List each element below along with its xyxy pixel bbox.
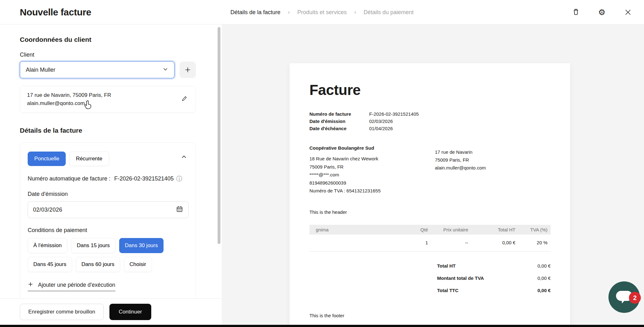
company-line: *****@***.com (309, 171, 435, 179)
form-footer: Enregistrer comme brouillon Continuer (0, 298, 222, 325)
add-execution-period-label: Ajouter une période d'exécution (38, 282, 115, 288)
meta-row-number: Numéro de facture F-2026-02-3921521405 (309, 110, 551, 118)
meta-value: 01/04/2026 (369, 125, 393, 132)
chat-launcher-button[interactable]: 2 (608, 281, 640, 313)
chevron-right-icon: › (288, 9, 290, 15)
chevron-down-icon (162, 66, 169, 74)
col-unit-price: Prix unitaire (431, 225, 471, 235)
client-line: alain.muller@qonto.com (435, 164, 486, 172)
continue-button[interactable]: Continuer (109, 304, 152, 320)
client-select-row: Alain Muller (20, 61, 196, 78)
chevron-up-icon[interactable] (180, 153, 187, 162)
breadcrumb-step-invoice-details[interactable]: Détails de la facture (230, 9, 280, 15)
auto-invoice-number-value: F-2026-02-3921521405 (114, 175, 174, 182)
company-line: 81948962600039 (309, 179, 435, 187)
company-block: Coopérative Boulangère Sud 18 Rue de Nav… (309, 145, 435, 195)
total-vat-row: Montant total de TVA 0,00 € (437, 272, 551, 284)
meta-value: F-2026-02-3921521405 (369, 110, 419, 118)
client-select-value: Alain Muller (26, 67, 162, 73)
client-line: 17 rue de Navarin (435, 148, 486, 156)
bottom-edge-bar (0, 325, 644, 327)
company-name: Coopérative Boulangère Sud (309, 145, 435, 151)
edit-pencil-icon[interactable] (181, 95, 188, 103)
add-client-button[interactable] (180, 62, 196, 78)
issue-date-input[interactable]: 02/03/2026 (28, 201, 189, 218)
term-15-days[interactable]: Dans 15 jours (71, 238, 115, 253)
total-label: Total TTC (437, 288, 458, 293)
term-30-days[interactable]: Dans 30 jours (119, 238, 164, 253)
close-icon[interactable] (624, 8, 632, 16)
meta-label: Date d'émission (309, 118, 369, 125)
item-vat: 20 % (519, 235, 551, 252)
col-total-ht: Total HT (471, 225, 519, 235)
client-select[interactable]: Alain Muller (20, 61, 175, 78)
auto-invoice-number-label: Numéro automatique de facture : (28, 175, 110, 182)
settings-gear-icon[interactable]: ⚙ (598, 8, 606, 16)
item-description (309, 235, 408, 252)
info-icon[interactable]: ⓘ (176, 176, 182, 182)
breadcrumb: Détails de la facture › Produits et serv… (230, 9, 414, 15)
invoice-doc-title: Facture (309, 81, 551, 98)
invoice-form-panel: Coordonnées du client Client Alain Mulle… (0, 25, 222, 325)
invoice-details-section-title: Détails de la facture (20, 127, 196, 134)
top-bar: Nouvelle facture Détails de la facture ›… (0, 0, 644, 25)
total-label: Montant total de TVA (437, 275, 484, 281)
meta-value: 02/03/2026 (369, 118, 393, 125)
item-row: 1 -- 0,00 € 20 % (309, 235, 551, 252)
client-address: 17 rue de Navarin, 75009 Paris, FR (27, 91, 189, 99)
term-60-days[interactable]: Dans 60 jours (76, 257, 120, 272)
frequency-option-recurrente[interactable]: Récurrente (69, 152, 109, 166)
frequency-toggle: Ponctuelle Récurrente (28, 152, 188, 166)
client-line: 75009 Paris, FR (435, 156, 486, 164)
total-value: 0,00 € (537, 275, 551, 281)
save-draft-button[interactable]: Enregistrer comme brouillon (20, 304, 104, 320)
issue-date-value: 02/03/2026 (33, 207, 176, 213)
invoice-header-note: This is the header (309, 209, 551, 215)
client-block: 17 rue de Navarin 75009 Paris, FR alain.… (435, 145, 486, 195)
total-value: 0,00 € (537, 288, 551, 293)
invoice-preview-page: Facture Numéro de facture F-2026-02-3921… (290, 63, 570, 325)
trash-icon[interactable] (572, 8, 580, 16)
company-line: Numéro de TVA : 6541321231655 (309, 187, 435, 195)
invoice-items-table: gnima Qté Prix unitaire Total HT TVA (%)… (309, 225, 551, 252)
total-value: 0,00 € (537, 263, 551, 269)
term-on-issue[interactable]: À l'émission (28, 238, 67, 253)
items-header-row: gnima Qté Prix unitaire Total HT TVA (%) (309, 225, 551, 235)
payment-terms-row-2: Dans 45 jours Dans 60 jours Choisir (28, 257, 188, 272)
company-line: 75009 Paris, FR (309, 163, 435, 171)
meta-row-issue-date: Date d'émission 02/03/2026 (309, 118, 551, 125)
form-scrollbar[interactable] (218, 27, 220, 244)
meta-label: Date d'échéance (309, 125, 369, 132)
term-custom[interactable]: Choisir (124, 257, 152, 272)
breadcrumb-step-payment-details[interactable]: Détails du paiement (364, 9, 414, 15)
item-unit-price: -- (431, 235, 471, 252)
meta-row-due-date: Date d'échéance 01/04/2026 (309, 125, 551, 132)
breadcrumb-step-products-services[interactable]: Produits et services (297, 9, 347, 15)
client-field-label: Client (20, 52, 196, 58)
plus-icon (28, 281, 33, 289)
total-ht-row: Total HT 0,00 € (437, 260, 551, 272)
auto-invoice-number-row: Numéro automatique de facture : F-2026-0… (28, 175, 188, 182)
topbar-actions: ⚙ (572, 8, 632, 16)
col-quantity: Qté (408, 225, 431, 235)
client-details-card: 17 rue de Navarin, 75009 Paris, FR alain… (20, 86, 196, 113)
invoice-parties: Coopérative Boulangère Sud 18 Rue de Nav… (309, 145, 551, 195)
meta-label: Numéro de facture (309, 110, 369, 118)
total-label: Total HT (437, 263, 456, 269)
invoice-preview-panel: Facture Numéro de facture F-2026-02-3921… (222, 25, 644, 325)
col-description: gnima (309, 225, 408, 235)
company-line: 18 Rue de Navarin chez Wework (309, 155, 435, 163)
client-email: alain.muller@qonto.com (27, 99, 189, 108)
invoice-footer-note: This is the footer (309, 313, 551, 318)
add-execution-period-link[interactable]: Ajouter une période d'exécution (28, 281, 115, 291)
invoice-meta: Numéro de facture F-2026-02-3921521405 D… (309, 110, 551, 132)
term-45-days[interactable]: Dans 45 jours (28, 257, 72, 272)
main-area: Coordonnées du client Client Alain Mulle… (0, 25, 644, 325)
payment-terms-label: Conditions de paiement (28, 227, 188, 234)
item-total-ht: 0,00 € (471, 235, 519, 252)
invoice-totals: Total HT 0,00 € Montant total de TVA 0,0… (437, 260, 551, 297)
col-vat: TVA (%) (519, 225, 551, 235)
calendar-icon[interactable] (176, 205, 183, 214)
item-quantity: 1 (408, 235, 431, 252)
frequency-option-ponctuelle[interactable]: Ponctuelle (28, 152, 66, 166)
